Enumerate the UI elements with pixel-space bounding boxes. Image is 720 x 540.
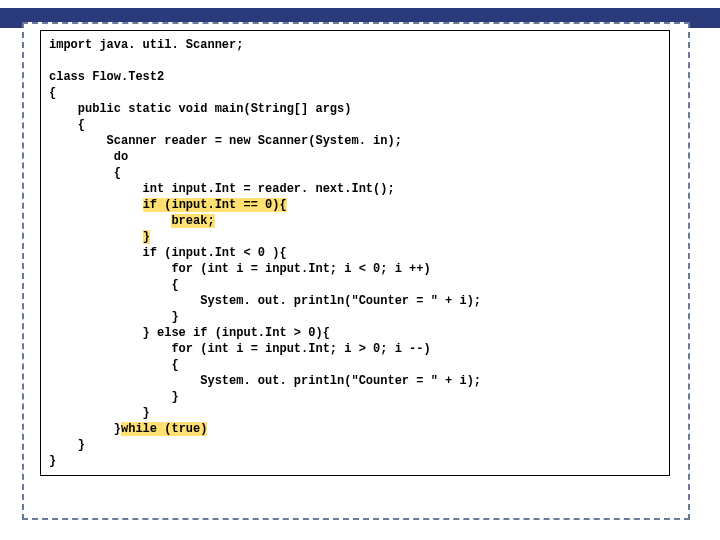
code-line: for (int i = input.Int; i > 0; i --) — [49, 342, 431, 356]
code-line: System. out. println("Counter = " + i); — [49, 294, 481, 308]
code-line-indent — [49, 198, 143, 212]
code-line: if (input.Int < 0 ){ — [49, 246, 287, 260]
code-line: do — [49, 150, 128, 164]
code-line: public static void main(String[] args) — [49, 102, 351, 116]
highlight-break: break; — [171, 214, 214, 228]
code-block: import java. util. Scanner; class Flow.T… — [49, 37, 661, 469]
code-line: { — [49, 166, 121, 180]
code-line: } — [49, 406, 150, 420]
code-line: } else if (input.Int > 0){ — [49, 326, 330, 340]
code-line-indent: } — [49, 422, 121, 436]
code-line: } — [49, 390, 179, 404]
code-line: { — [49, 358, 179, 372]
code-line: int input.Int = reader. next.Int(); — [49, 182, 395, 196]
code-line: { — [49, 118, 85, 132]
code-line: System. out. println("Counter = " + i); — [49, 374, 481, 388]
highlight-while-true: while (true) — [121, 422, 207, 436]
code-line: import java. util. Scanner; — [49, 38, 243, 52]
code-line: class Flow.Test2 — [49, 70, 164, 84]
code-line: } — [49, 310, 179, 324]
code-line: Scanner reader = new Scanner(System. in)… — [49, 134, 402, 148]
code-line: { — [49, 278, 179, 292]
code-line: } — [49, 438, 85, 452]
highlight-close-brace: } — [143, 230, 150, 244]
code-box: import java. util. Scanner; class Flow.T… — [40, 30, 670, 476]
code-line-indent — [49, 230, 143, 244]
code-line: for (int i = input.Int; i < 0; i ++) — [49, 262, 431, 276]
code-line: { — [49, 86, 56, 100]
highlight-if-zero: if (input.Int == 0){ — [143, 198, 287, 212]
code-line: } — [49, 454, 56, 468]
code-line-indent — [49, 214, 171, 228]
